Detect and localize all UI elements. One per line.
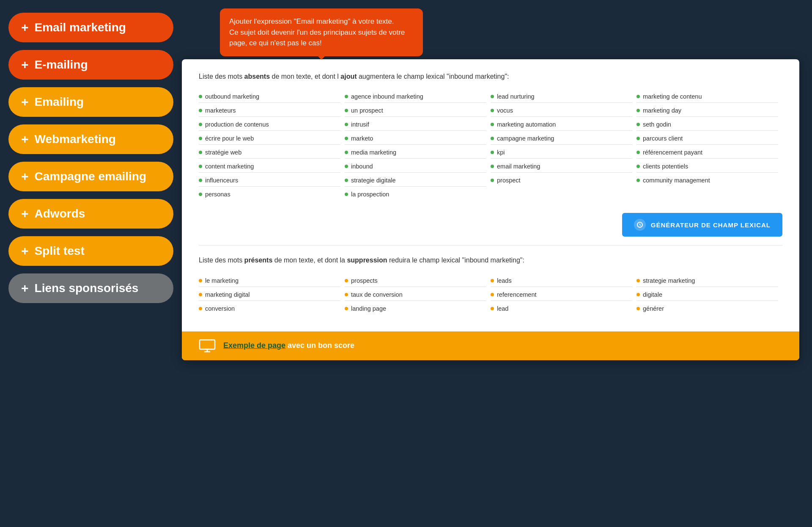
plus-icon: +: [21, 132, 29, 146]
main-panel: Liste des mots absents de mon texte, et …: [182, 59, 799, 360]
sidebar-item-label: E-mailing: [35, 58, 88, 72]
dot-icon: [345, 279, 348, 282]
word-item: prospects: [345, 275, 486, 287]
sidebar: + Email marketing + E-mailing + Emailing…: [0, 0, 182, 316]
present-col-1: le marketing marketing digital conversio…: [199, 275, 345, 315]
tooltip-text: Ajouter l'expression "Email marketing" à…: [229, 17, 405, 47]
plus-icon: +: [21, 95, 29, 109]
sidebar-item-email-marketing[interactable]: + Email marketing: [8, 13, 173, 42]
dot-icon: [345, 109, 348, 112]
absent-title: Liste des mots absents de mon texte, et …: [199, 72, 782, 81]
dot-icon: [491, 123, 494, 126]
word-item: influenceurs: [199, 174, 340, 187]
dot-icon: [345, 95, 348, 98]
dot-icon: [199, 279, 202, 282]
dot-icon: [345, 179, 348, 182]
sidebar-item-adwords[interactable]: + Adwords: [8, 199, 173, 229]
word-item: campagne marketing: [491, 132, 632, 145]
generator-section: GÉNÉRATEUR DE CHAMP LEXICAL: [199, 209, 782, 245]
word-item: écrire pour le web: [199, 132, 340, 145]
bottom-bar-suffix: avec un bon score: [288, 341, 354, 350]
word-item: agence inbound marketing: [345, 91, 486, 103]
sidebar-item-campagne-emailing[interactable]: + Campagne emailing: [8, 162, 173, 191]
generator-label: GÉNÉRATEUR DE CHAMP LEXICAL: [651, 221, 771, 229]
absent-section: Liste des mots absents de mon texte, et …: [182, 59, 799, 245]
sidebar-item-split-test[interactable]: + Split test: [8, 236, 173, 266]
word-item: lead: [491, 303, 632, 315]
dot-icon: [636, 165, 640, 168]
sidebar-item-label: Adwords: [35, 207, 85, 221]
dot-icon: [491, 179, 494, 182]
generator-button[interactable]: GÉNÉRATEUR DE CHAMP LEXICAL: [622, 213, 782, 237]
dot-icon: [345, 307, 348, 310]
word-item: générer: [636, 303, 778, 315]
word-item: conversion: [199, 303, 340, 315]
word-item: email marketing: [491, 160, 632, 173]
dot-icon: [199, 179, 202, 182]
word-item: referencement: [491, 289, 632, 301]
word-item: intrusif: [345, 119, 486, 131]
word-item: media marketing: [345, 146, 486, 159]
monitor-icon: [199, 339, 216, 353]
sidebar-item-label: Email marketing: [35, 21, 126, 34]
word-item: marketing digital: [199, 289, 340, 301]
example-page-link[interactable]: Exemple de page: [223, 341, 285, 350]
generator-icon: [634, 219, 646, 231]
word-item: outbound marketing: [199, 91, 340, 103]
word-item: la prospection: [345, 188, 486, 200]
sidebar-item-label: Campagne emailing: [35, 170, 147, 183]
plus-icon: +: [21, 20, 29, 35]
absent-col-2: agence inbound marketing un prospect int…: [345, 91, 491, 200]
dot-icon: [199, 109, 202, 112]
word-item: leads: [491, 275, 632, 287]
word-item: content marketing: [199, 160, 340, 173]
sidebar-item-emailing2[interactable]: + Emailing: [8, 87, 173, 117]
dot-icon: [199, 193, 202, 196]
dot-icon: [491, 293, 494, 296]
word-item: parcours client: [636, 132, 778, 145]
word-item: un prospect: [345, 105, 486, 117]
sidebar-item-webmarketing[interactable]: + Webmarketing: [8, 124, 173, 154]
dot-icon: [636, 151, 640, 154]
plus-icon: +: [21, 58, 29, 72]
sidebar-item-label: Webmarketing: [35, 132, 116, 146]
word-item: strategie marketing: [636, 275, 778, 287]
plus-icon: +: [21, 281, 29, 295]
bottom-bar: Exemple de page avec un bon score: [182, 331, 799, 360]
absent-word-grid: outbound marketing marketeurs production…: [199, 91, 782, 200]
word-item: personas: [199, 188, 340, 200]
present-col-3: leads referencement lead: [491, 275, 636, 315]
dot-icon: [491, 307, 494, 310]
dot-icon: [491, 279, 494, 282]
sidebar-item-label: Emailing: [35, 95, 84, 109]
word-item: prospect: [491, 174, 632, 186]
word-item: digitale: [636, 289, 778, 301]
absent-col-4: marketing de contenu marketing day seth …: [636, 91, 782, 200]
sidebar-item-emailing1[interactable]: + E-mailing: [8, 50, 173, 80]
dot-icon: [491, 109, 494, 112]
dot-icon: [345, 151, 348, 154]
dot-icon: [345, 137, 348, 140]
present-col-4: strategie marketing digitale générer: [636, 275, 782, 315]
word-item: clients potentiels: [636, 160, 778, 173]
word-item: vocus: [491, 105, 632, 117]
word-item: community management: [636, 174, 778, 186]
word-item: kpi: [491, 146, 632, 159]
word-item: le marketing: [199, 275, 340, 287]
dot-icon: [199, 293, 202, 296]
word-item: marketeurs: [199, 105, 340, 117]
dot-icon: [199, 165, 202, 168]
svg-rect-1: [200, 340, 215, 349]
absent-col-1: outbound marketing marketeurs production…: [199, 91, 345, 200]
absent-col-3: lead nurturing vocus marketing automatio…: [491, 91, 636, 200]
dot-icon: [199, 95, 202, 98]
word-item: référencement payant: [636, 146, 778, 159]
word-item: marketing day: [636, 105, 778, 117]
plus-icon: +: [21, 244, 29, 258]
plus-icon: +: [21, 207, 29, 221]
word-item: production de contenus: [199, 119, 340, 131]
dot-icon: [199, 137, 202, 140]
word-item: landing page: [345, 303, 486, 315]
sidebar-item-liens-sponsorises[interactable]: + Liens sponsorisés: [8, 273, 173, 303]
dot-icon: [491, 95, 494, 98]
